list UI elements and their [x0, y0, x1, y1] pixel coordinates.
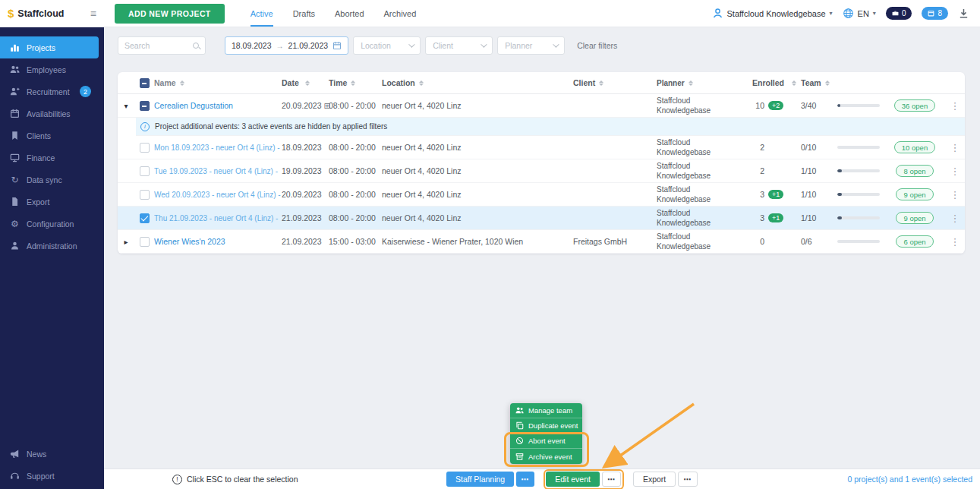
sort-icon	[599, 80, 603, 86]
staff-planning-button[interactable]: Staff Planning	[446, 472, 514, 487]
projects-table: NameDateTimeLocationClientPlannerEnrolle…	[118, 72, 965, 254]
sidebar-item-data-sync[interactable]: ↻Data sync	[0, 169, 99, 191]
row-checkbox[interactable]	[140, 190, 150, 200]
esc-hint-text: Click ESC to clear the selection	[187, 475, 298, 484]
date-range-filter[interactable]: 18.09.2023 → 21.09.2023	[225, 36, 348, 55]
date-to[interactable]: 21.09.2023	[288, 41, 329, 50]
row-expand-caret[interactable]: ▸	[118, 238, 134, 246]
event-planner: Staffcloud Knowledgebase	[657, 208, 743, 228]
row-actions-menu-button[interactable]: ⋮	[945, 142, 965, 153]
open-positions-badge: 9 open	[896, 188, 933, 200]
event-name-link[interactable]: Wiener Wies'n 2023	[154, 237, 225, 246]
team-progress-bar	[837, 146, 880, 149]
menu-item-archive-event[interactable]: Archive event	[510, 449, 582, 464]
event-name-link[interactable]: Wed 20.09.2023 - neuer Ort 4 (Linz) -	[154, 191, 281, 199]
download-icon[interactable]	[958, 8, 969, 19]
open-positions-badge: 10 open	[894, 141, 935, 153]
edit-event-more-button[interactable]: ⋯	[602, 472, 622, 487]
column-header-time[interactable]: Time	[329, 78, 382, 87]
row-actions-menu-button[interactable]: ⋮	[945, 236, 965, 248]
column-header-team[interactable]: Team	[801, 78, 965, 87]
column-header-date[interactable]: Date	[282, 78, 329, 87]
events-counter-badge[interactable]: 8	[922, 7, 948, 20]
sort-icon	[419, 80, 424, 86]
export-icon	[10, 197, 20, 207]
abort-icon	[515, 437, 524, 445]
sort-icon	[792, 80, 796, 86]
event-name-link[interactable]: Tue 19.09.2023 - neuer Ort 4 (Linz) -	[154, 167, 278, 175]
hamburger-menu-icon[interactable]: ≡	[90, 8, 96, 20]
sidebar-item-recruitment[interactable]: Recruitment2	[0, 80, 99, 103]
globe-icon	[843, 8, 854, 19]
search-input[interactable]	[124, 41, 193, 50]
tab-drafts[interactable]: Drafts	[293, 0, 315, 27]
finance-icon	[10, 153, 20, 162]
client-filter[interactable]: Client	[425, 36, 493, 55]
column-header-planner[interactable]: Planner	[657, 78, 743, 88]
edit-event-button[interactable]: Edit event	[546, 472, 600, 487]
search-box[interactable]	[118, 36, 206, 55]
row-checkbox[interactable]	[140, 143, 150, 153]
table-row: Tue 19.09.2023 - neuer Ort 4 (Linz) -19.…	[118, 159, 965, 183]
tab-archived[interactable]: Archived	[384, 0, 417, 27]
sidebar-item-configuration[interactable]: ⚙Configuration	[0, 213, 99, 235]
table-row: Mon 18.09.2023 - neuer Ort 4 (Linz) -18.…	[118, 136, 965, 159]
export-more-button[interactable]: ⋯	[678, 472, 698, 487]
sidebar-item-clients[interactable]: Clients	[0, 125, 99, 147]
event-planner: Staffcloud Knowledgebase	[657, 185, 743, 204]
row-actions-menu-button[interactable]: ⋮	[945, 213, 965, 224]
project-status-tabs: ActiveDraftsAbortedArchived	[251, 0, 417, 27]
row-actions-menu-button[interactable]: ⋮	[945, 166, 965, 177]
event-name-link[interactable]: Mon 18.09.2023 - neuer Ort 4 (Linz) -	[154, 144, 280, 152]
sidebar-item-export[interactable]: Export	[0, 191, 99, 213]
sidebar-item-finance[interactable]: Finance	[0, 147, 99, 169]
column-header-client[interactable]: Client	[573, 78, 657, 87]
column-header-name[interactable]: Name	[154, 78, 282, 87]
clear-filters-link[interactable]: Clear filters	[577, 41, 617, 50]
planner-filter[interactable]: Planner	[497, 36, 565, 55]
tab-active[interactable]: Active	[251, 0, 273, 27]
row-expand-caret[interactable]: ▾	[118, 102, 134, 110]
enrolled-cell: 0	[743, 237, 801, 246]
topbar-right: Staffcloud Knowledgebase ▾ EN ▾ 0 8	[712, 7, 980, 20]
location-filter[interactable]: Location	[353, 36, 421, 55]
menu-item-abort-event[interactable]: Abort event	[510, 434, 582, 449]
sidebar-item-employees[interactable]: Employees	[0, 58, 99, 80]
export-button[interactable]: Export	[633, 472, 676, 487]
sidebar-item-availabilities[interactable]: Availabilities	[0, 103, 99, 125]
row-actions-menu-button[interactable]: ⋮	[945, 189, 965, 200]
menu-item-manage-team[interactable]: Manage team	[510, 403, 582, 418]
staffcloud-logo-icon: $	[8, 7, 14, 20]
add-new-project-button[interactable]: ADD NEW PROJECT	[115, 4, 225, 24]
select-all-checkbox[interactable]	[140, 78, 150, 88]
event-name-link[interactable]: Thu 21.09.2023 - neuer Ort 4 (Linz) -	[154, 214, 278, 222]
column-header-enrolled[interactable]: Enrolled	[743, 78, 801, 87]
menu-item-duplicate-event[interactable]: Duplicate event	[510, 418, 582, 434]
row-actions-menu-button[interactable]: ⋮	[945, 100, 965, 112]
language-selector[interactable]: EN ▾	[843, 8, 876, 19]
row-checkbox[interactable]	[140, 101, 150, 111]
sidebar-item-administration[interactable]: Administration	[0, 235, 99, 257]
row-checkbox[interactable]	[140, 213, 150, 223]
duplicate-icon	[515, 421, 524, 430]
projects-counter-badge[interactable]: 0	[886, 7, 912, 20]
logo-text: Staffcloud	[17, 8, 64, 19]
chevron-down-icon: ▾	[830, 10, 833, 17]
team-count: 0/10	[801, 143, 837, 152]
search-icon	[193, 43, 199, 49]
event-name-link[interactable]: Cerealien Degustation	[154, 101, 233, 110]
row-checkbox[interactable]	[140, 237, 150, 247]
staff-planning-more-button[interactable]: ⋯	[516, 472, 534, 487]
event-location: neuer Ort 4, 4020 Linz	[382, 143, 573, 152]
sidebar-item-support[interactable]: Support	[0, 465, 99, 487]
sidebar-item-projects[interactable]: Projects	[0, 36, 99, 58]
menu-item-label: Abort event	[528, 437, 566, 445]
column-header-location[interactable]: Location	[382, 78, 573, 87]
sidebar-item-news[interactable]: News	[0, 443, 99, 465]
location-filter-label: Location	[361, 41, 391, 50]
user-menu[interactable]: Staffcloud Knowledgebase ▾	[712, 8, 833, 19]
date-from[interactable]: 18.09.2023	[232, 41, 272, 50]
sort-icon	[305, 80, 310, 86]
row-checkbox[interactable]	[140, 166, 150, 176]
tab-aborted[interactable]: Aborted	[335, 0, 364, 27]
